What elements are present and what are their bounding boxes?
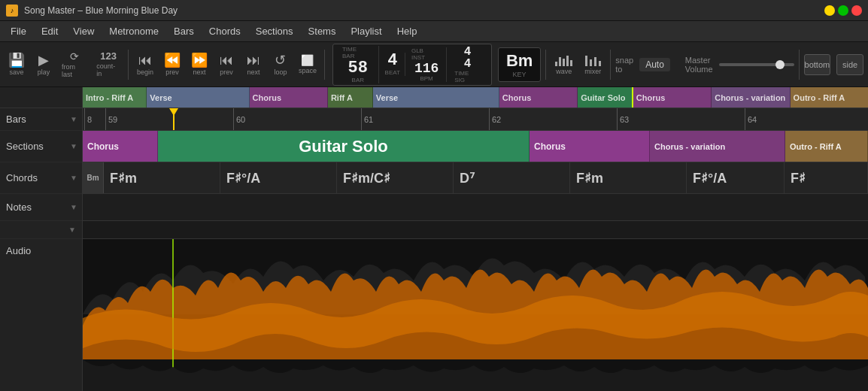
chord-fsharpmc[interactable]: F♯m/C♯: [337, 162, 454, 193]
play-button[interactable]: ▶ play: [32, 52, 56, 77]
divider-5: [799, 50, 800, 80]
begin-button[interactable]: ⏮ begin: [133, 52, 157, 77]
volume-knob[interactable]: [775, 60, 785, 69]
volume-slider[interactable]: [719, 63, 794, 66]
save-button[interactable]: 💾 save: [5, 52, 29, 77]
maximize-button[interactable]: □: [838, 5, 848, 16]
bottom-view-button[interactable]: bottom: [804, 54, 831, 75]
menu-file[interactable]: File: [3, 23, 34, 40]
overview-chorus1[interactable]: Chorus: [250, 87, 328, 108]
menu-metronome[interactable]: Metronome: [102, 23, 166, 40]
overview-guitarsolo[interactable]: Guitar Solo: [578, 87, 633, 108]
mixer-icon: [585, 54, 601, 66]
wave-button[interactable]: wave: [551, 53, 577, 77]
overview-chorvar[interactable]: Chorus - variation: [712, 87, 790, 108]
wave-icon: [555, 54, 572, 66]
playhead: [173, 108, 175, 130]
bar-59: 8: [84, 108, 92, 130]
sections-row-label: Sections ▼: [0, 131, 82, 162]
section-chorus-var[interactable]: Chorus - variation: [650, 131, 785, 162]
app-icon: ♪: [6, 5, 18, 17]
from-last-button[interactable]: ⟳ from last: [59, 50, 90, 80]
notes-extra-row-label: ▼: [0, 221, 82, 239]
waveform-svg: [83, 239, 868, 391]
chord-d7[interactable]: D⁷: [454, 162, 570, 193]
section-guitar-solo[interactable]: Guitar Solo: [158, 131, 530, 162]
transport-bpm: 116: [414, 62, 439, 75]
overview-verse2[interactable]: Verse: [373, 87, 499, 108]
sections-overview: Intro - Riff A Verse Chorus Riff A Verse…: [0, 87, 868, 108]
section-outro[interactable]: Outro - Riff A: [785, 131, 868, 162]
sections-collapse-arrow[interactable]: ▼: [70, 142, 77, 150]
loop-icon: ↺: [275, 53, 286, 67]
overview-outro[interactable]: Outro - Riff A: [791, 87, 868, 108]
count-in-button[interactable]: 123 count-in: [93, 50, 123, 79]
chords-row-label: Chords ▼: [0, 162, 82, 194]
close-button[interactable]: ×: [851, 5, 862, 16]
snap-label: snap to: [615, 56, 633, 74]
notes-collapse-arrow[interactable]: ▼: [70, 203, 77, 211]
divider-4: [610, 50, 611, 80]
next-button[interactable]: ⏩ next: [187, 52, 211, 77]
chord-fsharpdim-a[interactable]: F♯°/A: [220, 162, 337, 193]
bar-60: 60: [233, 108, 245, 130]
prev-icon: ⏪: [164, 53, 181, 67]
menu-bars[interactable]: Bars: [166, 23, 202, 40]
title-text: Song Master – Blue Morning Blue Day: [24, 5, 824, 16]
snap-value[interactable]: Auto: [639, 58, 670, 71]
chord-fsharpm-1[interactable]: F♯m: [104, 162, 220, 193]
bottom-icon: bottom: [805, 60, 830, 69]
next-bar-button[interactable]: ⏭ next: [241, 52, 266, 77]
bar-61: 61: [361, 108, 373, 130]
bars-row-label: Bars ▼: [0, 108, 82, 131]
overview-chorus3[interactable]: Chorus: [633, 87, 712, 108]
menu-playlist[interactable]: Playlist: [343, 23, 389, 40]
mixer-button[interactable]: mixer: [580, 53, 605, 77]
next-bar-icon: ⏭: [247, 53, 260, 67]
window-controls: − □ ×: [824, 5, 862, 16]
chord-fsharpdim-a2[interactable]: F♯°/A: [687, 162, 785, 193]
menu-view[interactable]: View: [65, 23, 102, 40]
overview-chorus2[interactable]: Chorus: [499, 87, 578, 108]
side-icon: side: [842, 60, 857, 69]
bars-ruler: 8 59 60 61 62 63 64: [83, 108, 868, 131]
section-chorus-post1[interactable]: Chorus: [530, 131, 650, 162]
chords-collapse-arrow[interactable]: ▼: [70, 174, 77, 182]
notes-row: [83, 194, 868, 221]
snap-volume-section: snap to Auto Master Volume: [615, 56, 794, 74]
bar-59-num: 59: [105, 108, 117, 130]
prev-bar-icon: ⏮: [220, 53, 233, 67]
bars-ruler-inner: 8 59 60 61 62 63 64: [83, 108, 868, 130]
bar-63: 63: [617, 108, 629, 130]
prev-bar-button[interactable]: ⏮ prev: [214, 52, 238, 77]
sections-row: Chorus Guitar Solo Chorus Chorus - varia…: [83, 131, 868, 162]
divider-3: [545, 50, 546, 80]
menu-edit[interactable]: Edit: [34, 23, 65, 40]
divider-1: [128, 50, 129, 80]
transport-beat-section: 4 BEAT: [381, 53, 405, 76]
section-chorus-pre[interactable]: Chorus: [83, 131, 158, 162]
overview-verse1[interactable]: Verse: [147, 87, 249, 108]
space-button[interactable]: ⬜ space: [296, 53, 320, 76]
side-view-button[interactable]: side: [836, 54, 863, 75]
menu-sections[interactable]: Sections: [248, 23, 301, 40]
notes-extra-collapse-arrow[interactable]: ▼: [68, 226, 76, 234]
menu-stems[interactable]: Stems: [301, 23, 344, 40]
overview-riffa[interactable]: Riff A: [328, 87, 373, 108]
chord-fsharpm-2[interactable]: F♯m: [570, 162, 687, 193]
menu-help[interactable]: Help: [390, 23, 425, 40]
chord-fsharp-last[interactable]: F♯: [785, 162, 868, 193]
volume-slider-container: [719, 63, 794, 66]
next-icon: ⏩: [191, 53, 208, 67]
divider-2: [324, 50, 325, 80]
minimize-button[interactable]: −: [824, 5, 835, 16]
menu-chords[interactable]: Chords: [202, 23, 248, 40]
loop-button[interactable]: ↺ loop: [269, 52, 293, 77]
overview-intro[interactable]: Intro - Riff A: [83, 87, 147, 108]
bars-collapse-arrow[interactable]: ▼: [70, 115, 77, 123]
prev-button[interactable]: ⏪ prev: [160, 52, 184, 77]
save-icon: 💾: [8, 53, 25, 67]
count-in-icon: 123: [100, 51, 117, 61]
volume-label: Master Volume: [685, 56, 713, 74]
waveform-container: [83, 239, 868, 391]
